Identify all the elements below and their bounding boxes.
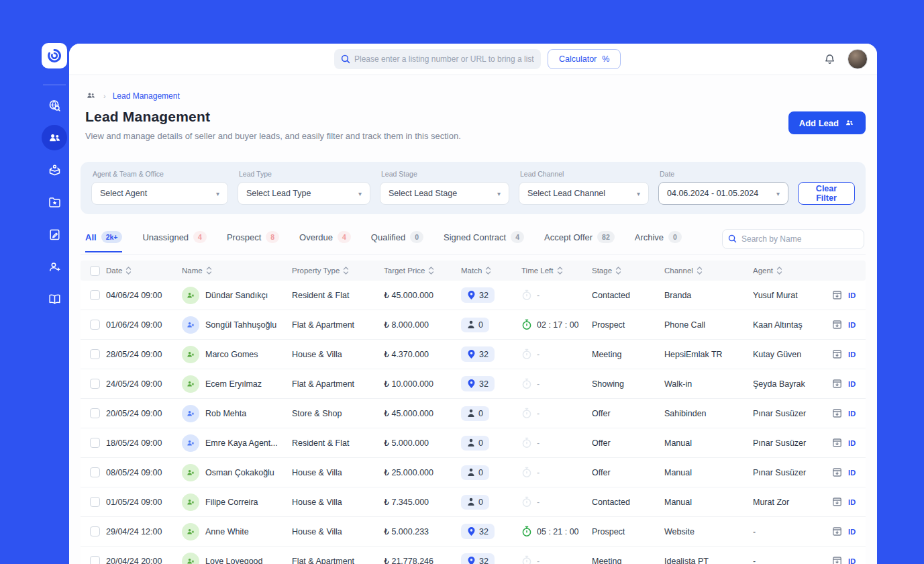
row-checkbox[interactable] [90,408,100,418]
id-link[interactable]: ID [848,380,856,388]
row-checkbox[interactable] [90,526,100,536]
tab-accept-offer[interactable]: Accept Offer 82 [544,231,615,252]
listing-search-input[interactable] [334,49,541,69]
table-row[interactable]: 08/05/24 09:00 Osman Çokakoğlu House & V… [81,458,866,487]
row-checkbox[interactable] [90,497,100,507]
archive-box-button[interactable] [832,438,842,448]
match-badge[interactable]: 0 [461,495,489,510]
sort-icon [125,267,132,275]
archive-box-button[interactable] [832,467,842,477]
id-link[interactable]: ID [848,350,856,359]
topbar: Calculator % [69,44,877,75]
archive-box-button[interactable] [832,526,842,536]
sidebar-item-add-contact[interactable] [42,254,67,279]
date-range-select[interactable]: 04.06.2024 - 01.05.2024 ▾ [658,182,788,205]
table-row[interactable]: 20/04/24 20:00 Love Lovegood Flat & Apar… [81,547,866,564]
match-badge[interactable]: 0 [461,436,489,451]
sidebar-item-portfolio[interactable] [42,157,67,183]
id-link[interactable]: ID [848,557,856,564]
row-checkbox[interactable] [90,438,100,448]
table-row[interactable]: 24/05/24 09:00 Ecem Eryılmaz Flat & Apar… [81,369,866,399]
id-link[interactable]: ID [848,528,856,536]
match-badge[interactable]: 0 [461,406,489,421]
column-header-date[interactable]: Date [106,267,182,275]
calculator-button[interactable]: Calculator % [548,49,621,69]
id-link[interactable]: ID [848,469,856,477]
tab-overdue[interactable]: Overdue 4 [299,231,351,252]
row-checkbox[interactable] [90,290,100,300]
cell-stage: Contacted [592,498,664,507]
user-avatar[interactable] [848,49,868,69]
lead-stage-select[interactable]: Select Lead Stage ▾ [380,182,509,205]
column-header-agent[interactable]: Agent [753,267,832,275]
person-icon [467,320,475,329]
notifications-button[interactable] [819,49,839,69]
sidebar-item-projects[interactable] [42,189,67,215]
name-search-input[interactable] [722,229,864,249]
app-logo[interactable] [42,43,67,68]
archive-box-button[interactable] [832,349,842,359]
match-badge[interactable]: 0 [461,465,489,480]
tab-unassigned[interactable]: Unassigned 4 [142,231,207,252]
cell-agent: Kutay Güven [753,350,832,359]
table-row[interactable]: 20/05/24 09:00 Rob Mehta Store & Shop ₺ … [81,399,866,428]
lead-avatar-icon [182,316,199,334]
clear-filter-button[interactable]: Clear Filter [798,182,855,205]
table-row[interactable]: 18/05/24 09:00 Emre Kaya Agent... Reside… [81,428,866,458]
row-checkbox[interactable] [90,379,100,389]
agent-select[interactable]: Select Agent ▾ [91,182,228,205]
match-badge[interactable]: 32 [461,524,495,539]
id-link[interactable]: ID [848,439,856,447]
archive-box-button[interactable] [832,497,842,507]
table-row[interactable]: 28/05/24 09:00 Marco Gomes House & Villa… [81,340,866,369]
sidebar-item-leads[interactable] [42,125,67,150]
archive-box-button[interactable] [832,379,842,389]
box-arrow-icon [832,320,842,330]
sidebar-item-guide[interactable] [42,286,67,312]
lead-type-select[interactable]: Select Lead Type ▾ [238,182,370,205]
match-count: 0 [478,498,483,507]
archive-box-button[interactable] [832,408,842,418]
column-header-channel[interactable]: Channel [664,267,753,275]
id-link[interactable]: ID [848,410,856,418]
match-badge[interactable]: 32 [461,346,495,362]
id-link[interactable]: ID [848,498,856,506]
sidebar-item-explore[interactable] [42,93,67,118]
match-badge[interactable]: 0 [461,318,489,332]
table-row[interactable]: 04/06/24 09:00 Dündar Sandıkçı Resident … [81,281,866,310]
column-header-name[interactable]: Name [182,267,292,275]
select-all-checkbox[interactable] [90,266,100,276]
tab-prospect[interactable]: Prospect 8 [227,231,279,252]
search-icon [728,234,737,243]
column-header-stage[interactable]: Stage [592,267,664,275]
cell-stage: Offer [592,409,664,418]
id-link[interactable]: ID [848,321,856,329]
column-header-target-price[interactable]: Target Price [384,267,461,275]
row-checkbox[interactable] [90,349,100,359]
column-header-property-type[interactable]: Property Type [292,267,384,275]
lead-channel-select[interactable]: Select Lead Channel ▾ [519,182,649,205]
cell-actions: ID [832,438,867,448]
add-lead-button[interactable]: Add Lead [788,111,866,134]
row-checkbox[interactable] [90,467,100,477]
column-header-match[interactable]: Match [461,267,521,275]
archive-box-button[interactable] [832,290,842,300]
tab-qualified[interactable]: Qualified 0 [371,231,423,252]
match-badge[interactable]: 32 [461,287,495,303]
row-checkbox[interactable] [90,320,100,330]
match-badge[interactable]: 32 [461,376,495,391]
id-link[interactable]: ID [848,291,856,299]
archive-box-button[interactable] [832,556,842,564]
archive-box-button[interactable] [832,320,842,330]
tab-all[interactable]: All 2k+ [85,231,122,252]
column-header-time-left[interactable]: Time Left [521,267,592,275]
tab-archive[interactable]: Archive 0 [635,231,682,252]
tab-signed-contract[interactable]: Signed Contract 4 [444,231,524,252]
table-row[interactable]: 01/05/24 09:00 Filipe Correira House & V… [81,487,866,517]
table-row[interactable]: 01/06/24 09:00 Songül Tahhuşoğlu Flat & … [81,310,866,340]
table-row[interactable]: 29/04/24 12:00 Anne White House & Villa … [81,517,866,547]
sidebar-item-notes[interactable] [42,222,67,247]
breadcrumb-current[interactable]: Lead Management [113,91,180,101]
match-badge[interactable]: 32 [461,553,495,564]
row-checkbox[interactable] [90,556,100,564]
